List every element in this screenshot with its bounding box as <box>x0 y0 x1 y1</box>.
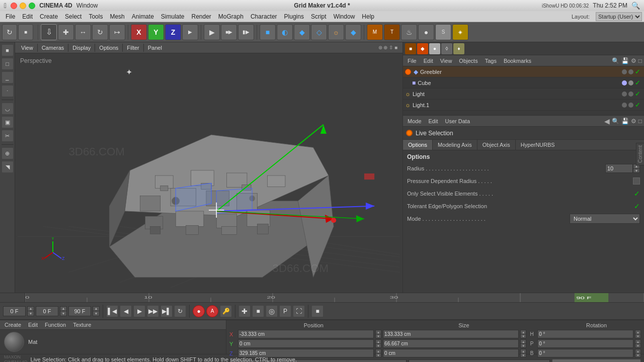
axis-icon[interactable]: ⊕ <box>2 147 14 159</box>
size-x-stepper[interactable]: ▲ ▼ <box>520 330 526 338</box>
props-mode[interactable]: Mode <box>405 117 424 125</box>
timeline-btn[interactable]: T <box>384 24 400 40</box>
pos-x-stepper[interactable]: ▲ ▼ <box>375 330 381 338</box>
viewport-tab-options[interactable]: Options <box>95 44 123 52</box>
sketch-btn[interactable]: S <box>435 24 451 40</box>
camera-obj[interactable]: ◆ <box>345 24 361 40</box>
record-btn[interactable]: ● <box>193 305 205 317</box>
point-icon[interactable]: ⋅ <box>2 85 14 97</box>
objmgr-view[interactable]: View <box>438 57 455 65</box>
end-stepper[interactable]: ▲ ▼ <box>93 306 100 316</box>
close-button[interactable] <box>11 3 17 9</box>
viewport-tab-cameras[interactable]: Cameras <box>38 44 69 52</box>
render-preview[interactable]: ▶ <box>204 24 220 40</box>
rot-p-stepper[interactable]: ▲ ▼ <box>635 339 641 348</box>
props-maximize[interactable]: □ <box>638 118 642 125</box>
snap-icon[interactable]: ▣ <box>2 116 14 128</box>
maximize-button[interactable] <box>29 3 35 9</box>
viewport-tab-display[interactable]: Display <box>68 44 95 52</box>
wm-btn[interactable]: ▶ <box>182 24 198 40</box>
objmgr-file[interactable]: File <box>405 57 419 65</box>
rot-b-stepper[interactable]: ▲ ▼ <box>635 349 641 357</box>
size-y-stepper[interactable]: ▲ ▼ <box>520 339 526 348</box>
undo-btn[interactable]: ↻ <box>2 24 17 40</box>
objmgr-bookmarks[interactable]: Bookmarks <box>501 57 534 65</box>
menu-mograph[interactable]: MoGraph <box>215 12 247 21</box>
rot-p-input[interactable] <box>537 339 633 348</box>
go-end-btn[interactable]: ▶▌ <box>160 305 173 317</box>
table-row[interactable]: ◆ Greebler ✓ <box>403 66 644 77</box>
material-manager[interactable]: M <box>367 24 383 40</box>
rot-h-input[interactable] <box>537 330 633 338</box>
mat-create[interactable]: Create <box>2 321 24 329</box>
objmgr-search[interactable]: 🔍 <box>612 57 619 64</box>
content-tab[interactable]: Content <box>636 143 644 165</box>
go-start-btn[interactable]: ▌◀ <box>106 305 118 317</box>
obj-icon-4[interactable]: ◊ <box>441 43 452 54</box>
auto-key-btn[interactable]: A <box>206 305 218 317</box>
table-row[interactable]: ■ Cube ✓ <box>403 77 644 88</box>
mat-function[interactable]: Function <box>42 321 68 329</box>
prop-radius-input[interactable] <box>605 164 633 173</box>
menu-create[interactable]: Create <box>36 12 61 21</box>
pos-y-stepper[interactable]: ▲ ▼ <box>375 339 381 348</box>
transform-tool[interactable]: ↦ <box>109 24 125 40</box>
prev-frame-btn[interactable]: ◀ <box>120 305 132 317</box>
ruler-icon[interactable]: ◥ <box>2 161 14 173</box>
apple-icon[interactable]:  <box>4 2 7 10</box>
props-userdata[interactable]: User Data <box>443 117 473 125</box>
menu-script[interactable]: Script <box>307 12 330 21</box>
menu-simulate[interactable]: Simulate <box>157 12 188 21</box>
rot-b-input[interactable] <box>537 349 633 357</box>
menu-render[interactable]: Render <box>188 12 215 21</box>
objmgr-objects[interactable]: Objects <box>456 57 480 65</box>
move-timeline[interactable]: ✚ <box>238 305 251 317</box>
props-back[interactable]: ◀ <box>604 117 610 125</box>
grid-timeline-btn[interactable]: ⛶ <box>293 305 305 317</box>
menu-character[interactable]: Character <box>247 12 281 21</box>
tab-object-axis[interactable]: Object Axis <box>477 140 516 150</box>
menu-file[interactable]: File <box>2 12 19 21</box>
pos-y-input[interactable] <box>238 339 374 348</box>
light-obj[interactable]: ☼ <box>328 24 344 40</box>
move-tool[interactable]: ✚ <box>58 24 74 40</box>
size-z-stepper[interactable]: ▲ ▼ <box>520 349 526 357</box>
menu-help[interactable]: Help <box>358 12 378 21</box>
pos-z-stepper[interactable]: ▲ ▼ <box>375 349 381 357</box>
menu-plugins[interactable]: Plugins <box>281 12 307 21</box>
size-z-input[interactable] <box>383 349 519 357</box>
menu-tools[interactable]: Tools <box>85 12 106 21</box>
obj-icon-5[interactable]: ♦ <box>453 43 464 54</box>
menu-animate[interactable]: Animate <box>128 12 157 21</box>
key-icon[interactable]: 🔑 <box>220 305 232 317</box>
prop-mode-dropdown[interactable]: Normal Highlight Select <box>570 214 640 224</box>
mat-texture[interactable]: Texture <box>70 321 94 329</box>
material-sphere[interactable] <box>4 332 24 352</box>
scale-tool[interactable]: ↔ <box>75 24 91 40</box>
size-y-input[interactable] <box>383 339 519 348</box>
props-search[interactable]: 🔍 <box>612 118 619 125</box>
fx-btn[interactable]: ◈ <box>452 24 468 40</box>
obj-icon-3[interactable]: ● <box>429 43 440 54</box>
size-x-input[interactable] <box>383 330 519 338</box>
viewport-tab-panel[interactable]: Panel <box>144 44 166 52</box>
play-btn[interactable]: ▶ <box>133 305 145 317</box>
objmgr-config[interactable]: ⚙ <box>631 57 636 64</box>
marker-btn[interactable]: ■ <box>252 305 264 317</box>
window-menu[interactable]: Window <box>76 2 98 9</box>
nurbs-obj[interactable]: ◐ <box>277 24 293 40</box>
start-frame-input[interactable] <box>36 306 58 316</box>
menu-window[interactable]: Window <box>330 12 359 21</box>
render-region[interactable]: ■▶ <box>221 24 237 40</box>
frame-stepper[interactable]: ▲ ▼ <box>27 306 34 316</box>
y-axis-btn[interactable]: Y <box>148 24 164 40</box>
model-icon[interactable]: ■ <box>2 44 14 56</box>
apply-button[interactable]: Apply <box>552 359 641 362</box>
keyframe-btn[interactable]: ◎ <box>266 305 278 317</box>
next-frame-btn[interactable]: ▶▶ <box>147 305 159 317</box>
props-edit[interactable]: Edit <box>426 117 441 125</box>
objmgr-edit[interactable]: Edit <box>421 57 436 65</box>
table-row[interactable]: ☼ Light.1 ✓ <box>403 100 644 111</box>
rot-h-stepper[interactable]: ▲ ▼ <box>635 330 641 338</box>
viewport-tab-view[interactable]: View <box>17 44 38 52</box>
